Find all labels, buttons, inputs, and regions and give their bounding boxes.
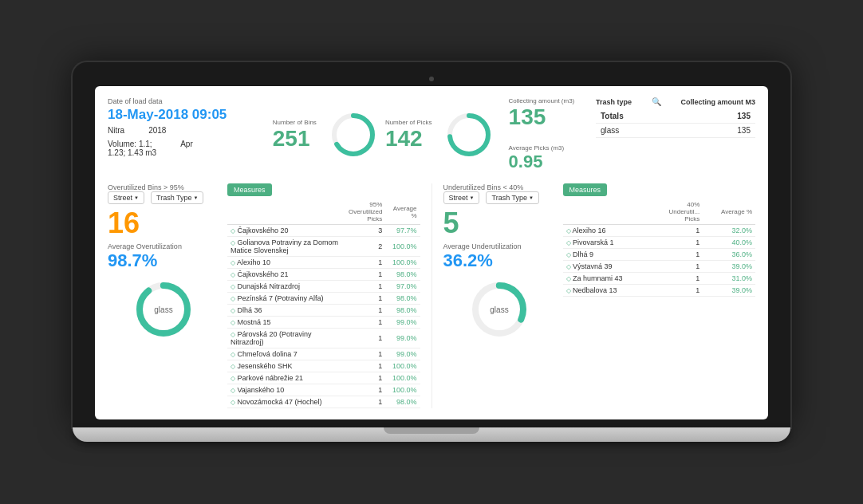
- laptop-screen: Date of load data 18-May-2018 09:05 Nitr…: [95, 86, 768, 419]
- overutilized-title: Overutilized Bins > 95%: [108, 183, 219, 191]
- row-name: ◇ Jesenského SHK: [227, 360, 345, 372]
- row-name: ◇ Golianova Potraviny za Domom Matice Sl…: [227, 237, 345, 257]
- avg-underutil-value: 36.2%: [443, 250, 555, 271]
- row-picks: 1: [345, 384, 385, 396]
- row-name: ◇ Dunajská Nitrazdroj: [227, 281, 345, 293]
- row-icon: ◇: [231, 375, 235, 382]
- top-section: Date of load data 18-May-2018 09:05 Nitr…: [108, 97, 755, 172]
- row-icon: ◇: [231, 239, 235, 246]
- underutilized-table-section: Measures 40%Underutil...Picks Average %: [563, 183, 756, 408]
- row-picks: 1: [345, 305, 385, 317]
- row-name: ◇ Dlhá 36: [227, 305, 345, 317]
- col-avg: Average %: [385, 199, 420, 225]
- overutilized-filters: Street Trash Type: [108, 191, 219, 204]
- row-name: ◇ Chmeľová dolina 7: [227, 348, 345, 360]
- table-row: ◇ Chmeľová dolina 7 1 99.0%: [227, 348, 420, 360]
- row-picks: 1: [345, 396, 385, 408]
- table-row: ◇ Golianova Potraviny za Domom Matice Sl…: [227, 237, 420, 257]
- camera-dot: [429, 77, 434, 81]
- row-picks: 1: [651, 285, 703, 297]
- row-icon: ◇: [231, 331, 235, 338]
- row-icon: ◇: [566, 251, 571, 258]
- bins-metric: Number of Bins 251: [273, 97, 377, 172]
- row-picks: 1: [651, 273, 703, 285]
- row-name: ◇ Vajanského 10: [227, 384, 345, 396]
- measures-btn-over[interactable]: Measures: [227, 183, 272, 196]
- row-icon: ◇: [566, 263, 571, 270]
- overutilized-panel: Overutilized Bins > 95% Street Trash Typ…: [108, 183, 219, 408]
- row-picks: 1: [345, 293, 385, 305]
- underutilized-filters: Street Trash Type: [443, 191, 555, 204]
- table-row: glass 135: [596, 124, 755, 138]
- measures-btn-under[interactable]: Measures: [563, 183, 608, 196]
- table-row: ◇ Výstavná 39 1 39.0%: [563, 261, 756, 273]
- row-avg: 39.0%: [703, 285, 755, 297]
- trash-type-filter-btn[interactable]: Trash Type: [151, 191, 203, 204]
- table-row: ◇ Novozámocká 47 (Hochel) 1 98.0%: [227, 396, 420, 408]
- search-icon[interactable]: 🔍: [652, 97, 661, 106]
- row-icon: ◇: [566, 227, 571, 234]
- row-avg: 39.0%: [703, 261, 755, 273]
- volume-label: Volume: 1.1;: [108, 140, 156, 148]
- row-avg: 97.0%: [385, 281, 420, 293]
- overutilized-donut-container: glass: [108, 278, 219, 341]
- picks-label: Number of Picks: [385, 119, 432, 126]
- collecting-table: Totals 135 glass 135: [596, 109, 755, 138]
- table-row: ◇ Vajanského 10 1 100.0%: [227, 384, 420, 396]
- row-avg: 99.0%: [385, 348, 420, 360]
- bins-info: Number of Bins 251: [273, 119, 317, 152]
- row-icon: ◇: [231, 271, 235, 278]
- row-picks: 1: [345, 281, 385, 293]
- row-icon: ◇: [566, 239, 571, 246]
- info-panel: Date of load data 18-May-2018 09:05 Nitr…: [108, 97, 251, 172]
- row-icon: ◇: [231, 283, 235, 290]
- bins-donut: [329, 111, 377, 159]
- underutilized-title: Underutilized Bins < 40%: [443, 183, 555, 191]
- svg-text:glass: glass: [490, 305, 508, 314]
- row-name: ◇ Parkové nábrežie 21: [227, 372, 345, 384]
- table-row: ◇ Mostná 15 1 99.0%: [227, 317, 420, 329]
- row-avg: 36.0%: [703, 249, 755, 261]
- picks-info: Number of Picks 142: [385, 119, 432, 152]
- row-icon: ◇: [231, 351, 235, 358]
- table-row: ◇ Pivovarská 1 1 40.0%: [563, 237, 756, 249]
- bins-label: Number of Bins: [273, 119, 317, 126]
- underutilized-panel: Underutilized Bins < 40% Street Trash Ty…: [443, 183, 555, 408]
- street-filter-btn[interactable]: Street: [108, 191, 144, 204]
- row-picks: 1: [345, 257, 385, 269]
- row-avg: 100.0%: [385, 257, 420, 269]
- row-picks: 1: [651, 237, 703, 249]
- picks-value: 142: [385, 126, 423, 152]
- row-name: ◇ Alexiho 10: [227, 257, 345, 269]
- collecting-metric: Collecting amount (m3) 135 Average Picks…: [509, 97, 575, 172]
- table-row: ◇ Parkové nábrežie 21 1 100.0%: [227, 372, 420, 384]
- laptop-base: [73, 427, 790, 442]
- row-name: ◇ Alexiho 16: [563, 225, 652, 237]
- table-row: ◇ Pezínská 7 (Potraviny Alfa) 1 98.0%: [227, 293, 420, 305]
- row-picks: 1: [345, 269, 385, 281]
- row-name: ◇ Pivovarská 1: [563, 237, 652, 249]
- row-name: ◇ Výstavná 39: [563, 261, 652, 273]
- row-avg: 98.0%: [385, 396, 420, 408]
- row-avg: 97.7%: [385, 225, 420, 237]
- row-picks: 1: [345, 360, 385, 372]
- row-picks: 2: [345, 237, 385, 257]
- street-filter-under-btn[interactable]: Street: [443, 191, 480, 204]
- metrics-section: Number of Bins 251 Number of Picks: [259, 97, 588, 172]
- date-label: Date of load data: [108, 97, 251, 105]
- trash-type-filter-under-btn[interactable]: Trash Type: [486, 191, 538, 204]
- row-icon: ◇: [231, 399, 235, 406]
- avg-underutil-label: Average Underutilization: [443, 242, 555, 250]
- row-name: ◇ Novozámocká 47 (Hochel): [227, 396, 345, 408]
- svg-text:glass: glass: [154, 305, 172, 314]
- row-icon: ◇: [231, 307, 235, 314]
- row-avg: 98.0%: [385, 305, 420, 317]
- row-icon: ◇: [566, 287, 571, 294]
- table-row: ◇ Dlhá 36 1 98.0%: [227, 305, 420, 317]
- table-row: Totals 135: [596, 109, 755, 124]
- row-name: ◇ Párovská 20 (Potraviny Nitrazdroj): [227, 329, 345, 348]
- row-picks: 1: [345, 317, 385, 329]
- row-icon: ◇: [231, 387, 235, 394]
- month-value: Apr: [180, 140, 193, 157]
- col-avg-under: Average %: [703, 199, 755, 225]
